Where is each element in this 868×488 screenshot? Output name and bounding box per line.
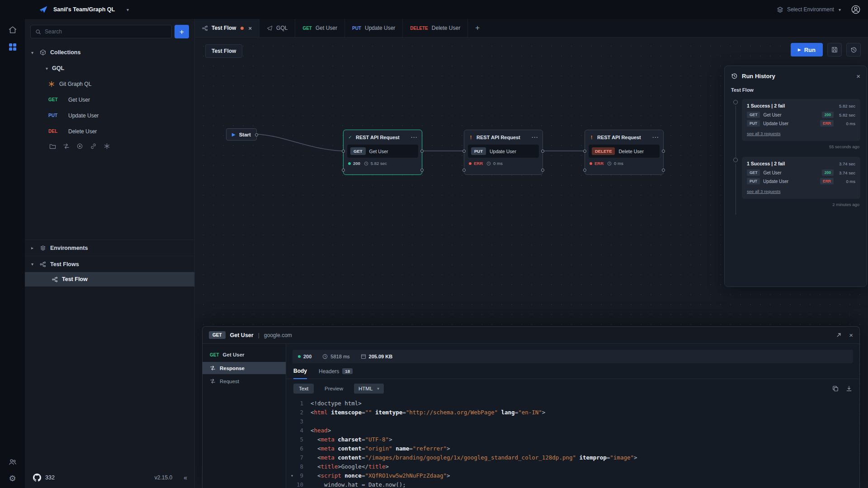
line-number: 6 xyxy=(300,445,303,452)
port[interactable] xyxy=(420,169,424,172)
port[interactable] xyxy=(662,169,665,172)
sidebar-item-git-graph-ql[interactable]: Git Graph QL xyxy=(25,76,194,92)
members-icon[interactable] xyxy=(8,457,17,466)
add-new-button[interactable]: + xyxy=(175,25,189,38)
node-menu-icon[interactable]: ··· xyxy=(652,134,659,141)
workspace-grid-icon[interactable] xyxy=(8,42,17,52)
view-text[interactable]: Text xyxy=(293,384,314,394)
close-icon[interactable]: × xyxy=(849,331,853,339)
fold-icon[interactable]: ▾ xyxy=(291,471,293,480)
run-request-row: PUTUpdate UserERR0 ms xyxy=(747,120,855,127)
download-icon[interactable] xyxy=(846,385,852,392)
start-node[interactable]: ▶ Start xyxy=(226,128,257,141)
port[interactable] xyxy=(662,150,665,153)
node-menu-icon[interactable]: ··· xyxy=(532,134,538,141)
request-name: Get User xyxy=(763,170,818,175)
run-card: 1 Success | 2 fail3.74 secGETGet User200… xyxy=(742,157,860,199)
format-select[interactable]: HTML ▾ xyxy=(354,384,384,394)
port[interactable] xyxy=(583,169,586,172)
port[interactable] xyxy=(462,150,466,153)
home-icon[interactable] xyxy=(8,25,17,34)
port[interactable] xyxy=(420,150,424,153)
settings-gear-icon[interactable]: ⚙ xyxy=(9,474,16,483)
sidebar-section-environments[interactable]: ▸ Environments xyxy=(25,239,194,256)
tab-test-flow[interactable]: Test Flow× xyxy=(195,19,259,37)
chevron-down-icon: ▾ xyxy=(377,386,379,391)
node-menu-icon[interactable]: ··· xyxy=(411,134,418,141)
sidebar-item-test-flow[interactable]: Test Flow xyxy=(25,272,194,286)
search-input[interactable] xyxy=(45,28,167,35)
sidebar-section-collections[interactable]: ▾ Collections xyxy=(25,44,194,61)
github-stars[interactable]: 332 xyxy=(45,474,55,481)
port[interactable] xyxy=(583,150,586,153)
port[interactable] xyxy=(462,169,466,172)
close-icon[interactable]: × xyxy=(856,72,860,80)
status-dot xyxy=(348,162,351,165)
tab-get-user[interactable]: GETGet User xyxy=(295,19,345,37)
section-label: Environments xyxy=(50,245,88,251)
tab-update-user[interactable]: PUTUpdate User xyxy=(345,19,403,37)
workspace-chevron-icon[interactable]: ▾ xyxy=(127,7,129,12)
code-text: <html itemscope="" itemtype="http://sche… xyxy=(311,408,545,417)
expand-icon[interactable] xyxy=(836,332,842,338)
sidebar-item-delete-user[interactable]: DEL Delete User xyxy=(25,123,194,139)
tab-body[interactable]: Body xyxy=(293,368,307,379)
run-history-button[interactable] xyxy=(846,43,861,56)
nav-item-response[interactable]: Response xyxy=(203,362,286,374)
copy-icon[interactable] xyxy=(832,385,839,392)
node-status-row: 2005.82 sec xyxy=(344,160,422,169)
response-time: 5818 ms xyxy=(330,354,349,359)
flow-name-chip: Test Flow xyxy=(205,44,242,58)
chevron-down-icon[interactable]: ▾ xyxy=(46,66,48,71)
port[interactable] xyxy=(255,133,258,136)
environment-chevron-icon[interactable]: ▾ xyxy=(839,7,841,12)
workspace-title[interactable]: Sanil's Team/Graph QL xyxy=(53,6,115,13)
nav-item-request[interactable]: Request xyxy=(203,375,286,387)
run-summary: 1 Success | 2 fail xyxy=(747,161,785,166)
graphql-request-icon[interactable] xyxy=(104,143,110,150)
duration: 0 ms xyxy=(493,161,503,166)
port[interactable] xyxy=(541,150,544,153)
line-number: 4 xyxy=(300,427,303,434)
sidebar-folder-gql[interactable]: ▾ GQL xyxy=(25,61,194,76)
user-avatar[interactable] xyxy=(851,5,861,14)
run-request-row: GETGet User2003.74 sec xyxy=(747,169,855,176)
save-button[interactable] xyxy=(827,43,842,56)
new-folder-icon[interactable] xyxy=(49,143,56,150)
view-preview[interactable]: Preview xyxy=(319,384,349,394)
tab-delete-user[interactable]: DELETEDelete User xyxy=(403,19,468,37)
tab-close-icon[interactable]: × xyxy=(248,25,252,32)
chevron-right-icon[interactable]: ▸ xyxy=(31,245,36,250)
response-body-code[interactable]: 1<!doctype html>2<html itemscope="" item… xyxy=(286,398,859,488)
method-badge: PUT xyxy=(471,147,486,155)
canvas-toolbar: ▶ Run xyxy=(791,43,861,56)
chevron-down-icon[interactable]: ▾ xyxy=(31,262,36,267)
github-icon[interactable] xyxy=(33,474,41,482)
flow-node-get-user[interactable]: ✓REST API Request···GETGet User2005.82 s… xyxy=(343,130,422,175)
tab-gql[interactable]: GQL xyxy=(259,19,295,37)
new-tab-button[interactable]: + xyxy=(468,19,487,37)
flow-node-update-user[interactable]: !REST API Request···PUTUpdate UserERR0 m… xyxy=(464,130,543,175)
app-logo-icon[interactable] xyxy=(39,5,48,14)
websocket-request-icon[interactable] xyxy=(76,143,83,150)
clock-icon xyxy=(486,161,491,166)
port[interactable] xyxy=(342,169,345,172)
chevron-down-icon[interactable]: ▾ xyxy=(31,50,36,55)
sidebar-section-test-flows[interactable]: ▾ Test Flows xyxy=(25,256,194,272)
sidebar-item-get-user[interactable]: GET Get User xyxy=(25,92,194,108)
sidebar-item-update-user[interactable]: PUT Update User xyxy=(25,108,194,123)
socketio-request-icon[interactable] xyxy=(90,143,97,150)
port[interactable] xyxy=(541,169,544,172)
see-all-requests-link[interactable]: see all 3 requests xyxy=(747,131,780,136)
timeline-dot xyxy=(733,158,738,162)
collapse-sidebar-icon[interactable]: « xyxy=(184,474,187,481)
node-title: REST API Request xyxy=(476,135,520,140)
environment-selector[interactable]: Select Environment xyxy=(787,6,834,13)
tab-headers[interactable]: Headers 18 xyxy=(319,368,353,379)
warning-icon: ! xyxy=(468,135,473,140)
port[interactable] xyxy=(342,150,345,153)
flow-node-delete-user[interactable]: !REST API Request···DELETEDelete UserERR… xyxy=(585,130,664,175)
run-button[interactable]: ▶ Run xyxy=(791,43,823,56)
rest-request-icon[interactable] xyxy=(63,143,70,150)
see-all-requests-link[interactable]: see all 3 requests xyxy=(747,189,780,194)
